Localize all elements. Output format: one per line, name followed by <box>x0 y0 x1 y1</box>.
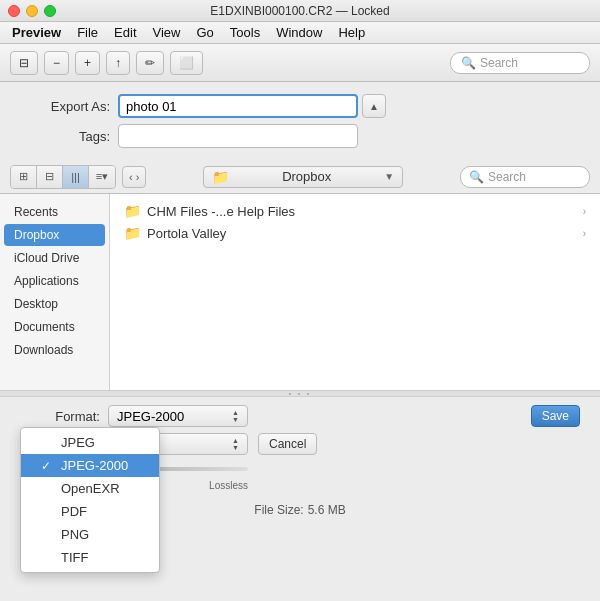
folder-name-label: Dropbox <box>233 169 380 184</box>
search-icon: 🔍 <box>469 170 484 184</box>
menu-edit[interactable]: Edit <box>106 23 144 42</box>
traffic-lights <box>8 5 56 17</box>
menu-window[interactable]: Window <box>268 23 330 42</box>
folder-icon: 📁 <box>212 169 229 185</box>
list-item[interactable]: 📁 CHM Files -...e Help Files › <box>116 200 594 222</box>
file-size-value: 5.6 MB <box>308 503 346 517</box>
disclosure-icon: › <box>583 228 586 239</box>
depth-stepper-icon: ▲▼ <box>232 437 239 451</box>
file-name: CHM Files -...e Help Files <box>147 204 295 219</box>
dropdown-item-pdf[interactable]: PDF <box>21 500 159 523</box>
export-section: Export As: ▲ Tags: <box>0 82 600 160</box>
minimize-button[interactable] <box>26 5 38 17</box>
dropdown-item-openexr[interactable]: OpenEXR <box>21 477 159 500</box>
toolbar: ⊟ − + ↑ ✏ ⬜ 🔍 Search <box>0 44 600 82</box>
main-content: Recents Dropbox iCloud Drive Application… <box>0 194 600 390</box>
resize-dots-icon: • • • <box>289 389 312 398</box>
menu-bar: Preview File Edit View Go Tools Window H… <box>0 22 600 44</box>
dropdown-item-tiff[interactable]: TIFF <box>21 546 159 569</box>
sidebar-item-downloads[interactable]: Downloads <box>4 339 105 361</box>
dropdown-label: JPEG-2000 <box>61 458 128 473</box>
sidebar: Recents Dropbox iCloud Drive Application… <box>0 194 110 390</box>
expand-button[interactable]: ▲ <box>362 94 386 118</box>
view-buttons: ⊞ ⊟ ||| ≡▾ <box>10 165 116 189</box>
sidebar-item-documents[interactable]: Documents <box>4 316 105 338</box>
markup-button[interactable]: ✏ <box>136 51 164 75</box>
menu-help[interactable]: Help <box>330 23 373 42</box>
forward-icon: › <box>136 171 140 183</box>
export-as-label: Export As: <box>20 99 110 114</box>
layout-icon: ⬜ <box>179 56 194 70</box>
maximize-button[interactable] <box>44 5 56 17</box>
pencil-icon: ✏ <box>145 56 155 70</box>
zoom-out-icon: − <box>53 56 60 70</box>
format-stepper-icon: ▲▼ <box>232 409 239 423</box>
close-button[interactable] <box>8 5 20 17</box>
sidebar-item-icloud[interactable]: iCloud Drive <box>4 247 105 269</box>
search-placeholder-label: Search <box>480 56 518 70</box>
disclosure-icon: › <box>583 206 586 217</box>
title-bar: E1DXINBI000100.CR2 — Locked <box>0 0 600 22</box>
list-item[interactable]: 📁 Portola Valley › <box>116 222 594 244</box>
folder-selector[interactable]: 📁 Dropbox ▼ <box>203 166 403 188</box>
menu-go[interactable]: Go <box>188 23 221 42</box>
format-select-button[interactable]: JPEG-2000 ▲▼ <box>108 405 248 427</box>
bottom-section: Format: JPEG-2000 ▲▼ Save JPEG ✓ JPEG-20… <box>0 396 600 525</box>
view-columns-button[interactable]: ||| <box>63 166 89 188</box>
tags-row: Tags: <box>20 124 580 148</box>
quality-max-label: Lossless <box>209 480 248 491</box>
export-filename-input[interactable] <box>118 94 358 118</box>
folder-icon: 📁 <box>124 225 141 241</box>
save-button[interactable]: Save <box>531 405 580 427</box>
dropdown-label: PDF <box>61 504 87 519</box>
sidebar-item-recents[interactable]: Recents <box>4 201 105 223</box>
share-button[interactable]: ↑ <box>106 51 130 75</box>
menu-file[interactable]: File <box>69 23 106 42</box>
sidebar-item-desktop[interactable]: Desktop <box>4 293 105 315</box>
dropdown-item-png[interactable]: PNG <box>21 523 159 546</box>
layout-button[interactable]: ⬜ <box>170 51 203 75</box>
nav-search-label: Search <box>488 170 526 184</box>
cancel-button[interactable]: Cancel <box>258 433 317 455</box>
dropdown-label: PNG <box>61 527 89 542</box>
format-dropdown: JPEG ✓ JPEG-2000 OpenEXR PDF PNG <box>20 427 160 573</box>
back-forward-button[interactable]: ‹ › <box>122 166 146 188</box>
file-size-label: File Size: <box>254 503 303 517</box>
file-list: 📁 CHM Files -...e Help Files › 📁 Portola… <box>110 194 600 390</box>
dropdown-item-jpeg[interactable]: JPEG <box>21 431 159 454</box>
search-icon: 🔍 <box>461 56 476 70</box>
nav-bar: ⊞ ⊟ ||| ≡▾ ‹ › 📁 Dropbox ▼ 🔍 Search <box>0 160 600 194</box>
nav-search[interactable]: 🔍 Search <box>460 166 590 188</box>
sidebar-item-applications[interactable]: Applications <box>4 270 105 292</box>
view-icons-button[interactable]: ⊞ <box>11 166 37 188</box>
view-grid-button[interactable]: ⊟ <box>37 166 63 188</box>
tags-input[interactable] <box>118 124 358 148</box>
menu-tools[interactable]: Tools <box>222 23 268 42</box>
menu-preview[interactable]: Preview <box>4 23 69 42</box>
format-label: Format: <box>20 409 100 424</box>
zoom-in-icon: + <box>84 56 91 70</box>
zoom-out-button[interactable]: − <box>44 51 69 75</box>
sidebar-item-dropbox[interactable]: Dropbox <box>4 224 105 246</box>
check-icon: ✓ <box>41 459 55 473</box>
toolbar-search[interactable]: 🔍 Search <box>450 52 590 74</box>
view-coverflow-button[interactable]: ≡▾ <box>89 166 115 188</box>
chevron-down-icon: ▼ <box>384 171 394 182</box>
file-name: Portola Valley <box>147 226 226 241</box>
sidebar-toggle-icon: ⊟ <box>19 56 29 70</box>
zoom-in-button[interactable]: + <box>75 51 100 75</box>
dropdown-item-jpeg2000[interactable]: ✓ JPEG-2000 <box>21 454 159 477</box>
format-rows: Format: JPEG-2000 ▲▼ Save JPEG ✓ JPEG-20… <box>0 397 600 499</box>
sidebar-toggle-button[interactable]: ⊟ <box>10 51 38 75</box>
tags-label: Tags: <box>20 129 110 144</box>
menu-view[interactable]: View <box>145 23 189 42</box>
dropdown-label: TIFF <box>61 550 88 565</box>
format-value-label: JPEG-2000 <box>117 409 184 424</box>
export-as-row: Export As: ▲ <box>20 94 580 118</box>
format-row: Format: JPEG-2000 ▲▼ Save JPEG ✓ JPEG-20… <box>20 405 580 427</box>
folder-icon: 📁 <box>124 203 141 219</box>
share-icon: ↑ <box>115 56 121 70</box>
window-title: E1DXINBI000100.CR2 — Locked <box>210 4 389 18</box>
dropdown-label: OpenEXR <box>61 481 120 496</box>
dropdown-label: JPEG <box>61 435 95 450</box>
